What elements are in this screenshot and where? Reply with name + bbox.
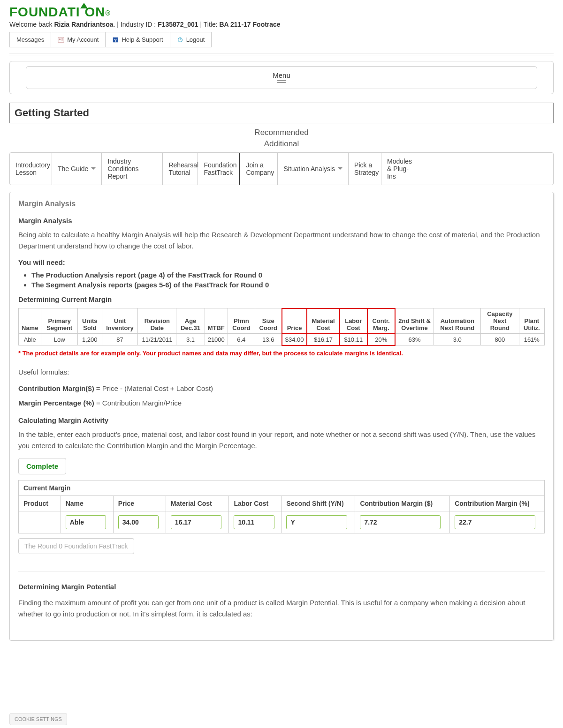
td: 3.0 xyxy=(434,334,481,345)
logo-header: FOUNDATI ON® Welcome back Rizia Randrian… xyxy=(9,0,554,28)
needs-list: The Production Analysis report (page 4) … xyxy=(18,271,545,289)
chevron-down-icon xyxy=(91,167,96,170)
course-title: BA 211-17 Footrace xyxy=(219,21,280,28)
td: 11/21/2011 xyxy=(138,334,176,345)
page-title-box: Getting Started xyxy=(9,103,554,123)
potential-heading: Determining Margin Potential xyxy=(18,583,545,591)
ih-product: Product xyxy=(19,495,61,511)
th-contr-marg: Contr. Marg. xyxy=(367,308,395,334)
table-row: Able Low 1,200 87 11/21/2011 3.1 21000 6… xyxy=(19,334,545,345)
calc-paragraph: In the table, enter each product's price… xyxy=(18,429,545,451)
my-account-button[interactable]: My Account xyxy=(51,32,106,47)
logo-text-left: FOUNDATI xyxy=(9,5,80,20)
td: 21000 xyxy=(205,334,228,345)
td: 3.1 xyxy=(176,334,205,345)
divider xyxy=(9,55,554,55)
hamburger-icon xyxy=(277,82,286,83)
section-label: Margin Analysis xyxy=(18,200,545,208)
tab-modules-plugins[interactable]: Modules & Plug-Ins xyxy=(381,153,421,185)
th-capacity: Capacity Next Round xyxy=(481,308,519,334)
messages-button[interactable]: Messages xyxy=(9,32,51,47)
th-2nd-shift: 2nd Shift & Overtime xyxy=(395,308,434,334)
potential-paragraph: Finding the maximum amount of profit you… xyxy=(18,597,545,620)
help-support-button[interactable]: ? Help & Support xyxy=(105,32,170,47)
help-icon: ? xyxy=(112,37,119,43)
logo-text-right: ON® xyxy=(85,5,111,20)
complete-button[interactable]: Complete xyxy=(18,458,66,474)
tab-guide[interactable]: The Guide xyxy=(52,153,102,185)
industry-id: F135872_001 xyxy=(158,21,198,28)
tab-join-company[interactable]: Join a Company xyxy=(240,153,278,185)
th-name: Name xyxy=(19,308,41,334)
tab-rehearsal[interactable]: Rehearsal Tutorial xyxy=(163,153,198,185)
menu-label: Menu xyxy=(31,71,532,79)
intro-paragraph: Being able to calculate a healthy Margin… xyxy=(18,229,545,252)
tab-pick-strategy[interactable]: Pick a Strategy xyxy=(349,153,381,185)
td: Low xyxy=(41,334,78,345)
content-box: Margin Analysis Margin Analysis Being ab… xyxy=(9,192,554,641)
formula-contribution: Contribution Margin($) = Price - (Materi… xyxy=(18,384,545,392)
td: 13.6 xyxy=(255,334,282,345)
td: Able xyxy=(19,334,41,345)
divider xyxy=(9,53,554,53)
ih-shift: Second Shift (Y/N) xyxy=(282,495,355,511)
td-price: $34.00 xyxy=(282,334,307,345)
subheader-line: Additional xyxy=(9,138,554,150)
th-utiliz: Plant Utiliz. xyxy=(519,308,544,334)
th-inventory: Unit Inventory xyxy=(102,308,138,334)
svg-rect-1 xyxy=(59,38,61,40)
hamburger-icon xyxy=(277,80,286,81)
formula-margin-pct: Margin Percentage (%) = Contribution Mar… xyxy=(18,399,545,407)
logout-button[interactable]: Logout xyxy=(170,32,212,47)
list-item: The Segment Analysis reports (pages 5-6)… xyxy=(31,281,545,289)
subheader: Recommended Additional xyxy=(9,127,554,150)
page-title: Getting Started xyxy=(15,107,548,119)
tab-industry-conditions[interactable]: Industry Conditions Report xyxy=(102,153,163,185)
input-material[interactable] xyxy=(171,515,221,529)
input-table: Current Margin Product Name Price Materi… xyxy=(18,480,545,533)
list-item: The Production Analysis report (page 4) … xyxy=(31,271,545,279)
margin-analysis-heading: Margin Analysis xyxy=(18,217,545,225)
power-icon xyxy=(177,37,183,43)
th-age: Age Dec.31 xyxy=(176,308,205,334)
td: 63% xyxy=(395,334,434,345)
current-margin-header: Current Margin xyxy=(19,480,545,495)
input-contrib-dollar[interactable] xyxy=(360,515,441,529)
input-labor[interactable] xyxy=(234,515,274,529)
fasttrack-button[interactable]: The Round 0 Foundation FastTrack xyxy=(18,538,134,554)
th-material-cost: Material Cost xyxy=(307,308,339,334)
menu-toggle-button[interactable]: Menu xyxy=(26,66,537,89)
red-disclaimer: * The product details are for example on… xyxy=(18,350,545,357)
td: 161% xyxy=(519,334,544,345)
td: 87 xyxy=(102,334,138,345)
input-contrib-pct[interactable] xyxy=(455,515,535,529)
menu-bar: Menu xyxy=(9,61,554,94)
useful-formulas-label: Useful formulas: xyxy=(18,368,545,376)
th-segment: Primary Segment xyxy=(41,308,78,334)
th-revision: Revision Date xyxy=(138,308,176,334)
tab-row: Introductory Lesson The Guide Industry C… xyxy=(9,152,554,185)
section-divider xyxy=(18,571,545,571)
user-name: Rizia Randriantsoa xyxy=(54,21,113,28)
td-labor: $10.11 xyxy=(340,334,367,345)
th-mtbf: MTBF xyxy=(205,308,228,334)
example-table: Name Primary Segment Units Sold Unit Inv… xyxy=(18,308,545,346)
td: 1,200 xyxy=(78,334,102,345)
input-row xyxy=(19,511,545,533)
td: 6.4 xyxy=(228,334,255,345)
logo-triangle-icon xyxy=(80,3,88,8)
top-nav: Messages My Account ? Help & Support Log… xyxy=(9,32,554,47)
chevron-down-icon xyxy=(338,167,342,170)
tab-foundation-fasttrack[interactable]: Foundation FastTrack xyxy=(198,153,240,185)
ih-name: Name xyxy=(61,495,113,511)
th-units-sold: Units Sold xyxy=(78,308,102,334)
tab-intro-lesson[interactable]: Introductory Lesson xyxy=(10,153,52,185)
th-price: Price xyxy=(282,308,307,334)
th-automation: Automation Next Round xyxy=(434,308,481,334)
input-price[interactable] xyxy=(118,515,159,529)
subheader-line: Recommended xyxy=(9,127,554,138)
input-second-shift[interactable] xyxy=(286,515,347,529)
td-marg: 20% xyxy=(367,334,395,345)
input-name[interactable] xyxy=(66,515,107,529)
tab-situation-analysis[interactable]: Situation Analysis xyxy=(278,153,349,185)
